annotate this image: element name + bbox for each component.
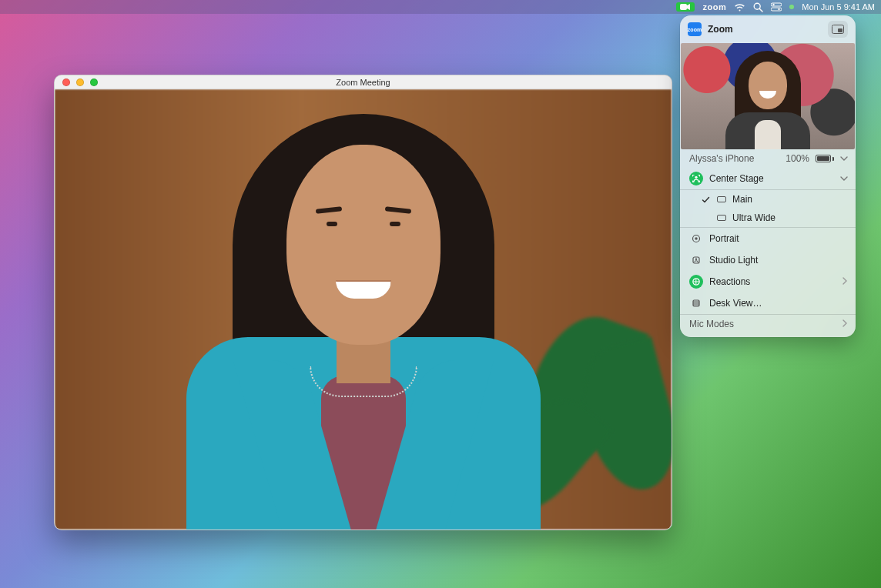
minimize-button[interactable] — [76, 79, 84, 86]
window-title: Zoom Meeting — [336, 78, 390, 87]
menu-bar: zoom Mon Jun 5 9:41 AM — [0, 0, 881, 14]
reactions-label: Reactions — [709, 276, 836, 287]
reactions-row[interactable]: Reactions — [680, 271, 856, 292]
search-icon — [753, 2, 763, 12]
user-menu-extra[interactable] — [789, 5, 794, 9]
pip-icon — [832, 25, 844, 34]
checkmark-icon — [700, 195, 711, 204]
portrait-icon — [689, 232, 703, 246]
mic-modes-label: Mic Modes — [689, 319, 836, 329]
zoom-app-icon: zoom — [688, 22, 702, 36]
panel-header: zoom Zoom — [680, 15, 856, 43]
control-center-menu-extra[interactable] — [771, 2, 782, 12]
svg-rect-9 — [838, 28, 842, 32]
battery-icon — [816, 155, 834, 162]
lens-main-label: Main — [732, 194, 848, 205]
svg-point-4 — [773, 4, 775, 5]
svg-point-10 — [695, 176, 697, 179]
traffic-lights — [62, 79, 98, 86]
wifi-menu-extra[interactable] — [734, 3, 745, 12]
video-menu-extra[interactable] — [676, 2, 695, 12]
close-button[interactable] — [62, 79, 70, 86]
window-titlebar[interactable]: Zoom Meeting — [55, 75, 672, 89]
studio-light-label: Studio Light — [709, 255, 848, 266]
studio-light-icon — [689, 253, 703, 267]
svg-point-12 — [695, 237, 697, 239]
device-name: Alyssa's iPhone — [689, 153, 779, 164]
svg-point-6 — [779, 8, 780, 10]
chevron-down-icon — [840, 173, 848, 184]
lens-main-row[interactable]: Main — [680, 190, 856, 209]
center-stage-row[interactable]: Center Stage — [680, 168, 856, 190]
zoom-meeting-window: Zoom Meeting — [54, 75, 672, 530]
fullscreen-button[interactable] — [90, 79, 98, 86]
lens-icon — [717, 215, 726, 221]
svg-rect-5 — [771, 8, 782, 11]
camera-preview — [681, 43, 855, 149]
reactions-icon — [689, 275, 703, 289]
svg-point-7 — [789, 5, 794, 9]
mic-modes-row[interactable]: Mic Modes — [680, 315, 856, 337]
chevron-down-icon — [840, 153, 848, 164]
picture-in-picture-button[interactable] — [828, 21, 848, 38]
control-center-icon — [771, 2, 782, 12]
chevron-right-icon — [842, 276, 848, 287]
lens-ultrawide-row[interactable]: Ultra Wide — [680, 209, 856, 228]
device-row[interactable]: Alyssa's iPhone 100% — [680, 149, 856, 168]
svg-line-2 — [759, 8, 762, 12]
main-video-feed — [55, 89, 672, 530]
center-stage-icon — [689, 172, 703, 185]
svg-rect-3 — [771, 3, 782, 6]
portrait-row[interactable]: Portrait — [680, 228, 856, 249]
panel-app-name: Zoom — [708, 24, 822, 35]
spotlight-menu-extra[interactable] — [753, 2, 763, 12]
clock[interactable]: Mon Jun 5 9:41 AM — [802, 2, 875, 12]
center-stage-label: Center Stage — [709, 173, 834, 184]
desk-view-row[interactable]: Desk View… — [680, 292, 856, 315]
lens-ultrawide-label: Ultra Wide — [732, 212, 848, 223]
svg-rect-0 — [680, 4, 687, 10]
video-control-panel: zoom Zoom Alyssa's iPhone 100% Center St… — [680, 15, 856, 337]
video-camera-icon — [680, 3, 691, 11]
studio-light-row[interactable]: Studio Light — [680, 249, 856, 271]
chevron-right-icon — [842, 319, 848, 329]
lens-icon — [717, 196, 726, 202]
svg-point-14 — [695, 259, 697, 260]
portrait-label: Portrait — [709, 233, 848, 244]
desk-view-icon — [689, 296, 703, 310]
app-menu-name[interactable]: zoom — [702, 2, 726, 12]
desk-view-label: Desk View… — [709, 298, 848, 309]
wifi-icon — [734, 3, 745, 12]
battery-percent: 100% — [786, 153, 809, 164]
main-participant — [163, 99, 564, 530]
